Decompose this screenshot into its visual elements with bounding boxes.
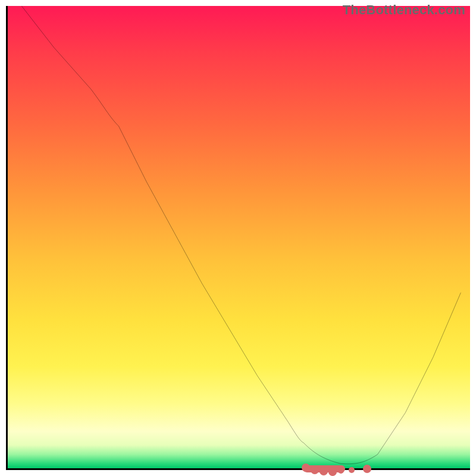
optimal-marker-dot — [320, 467, 328, 475]
plot-area — [6, 6, 470, 470]
optimal-marker-dot — [338, 468, 344, 474]
curve-path — [21, 6, 461, 464]
optimal-marker-dot — [302, 464, 310, 472]
optimal-marker-dot — [311, 466, 319, 474]
optimal-marker-dot — [328, 468, 337, 476]
bottleneck-curve — [8, 6, 470, 468]
optimal-marker-dot — [349, 467, 355, 473]
optimal-marker-dot — [363, 465, 371, 473]
chart-stage: TheBottleneck.com — [0, 0, 476, 476]
watermark-text: TheBottleneck.com — [343, 2, 465, 18]
